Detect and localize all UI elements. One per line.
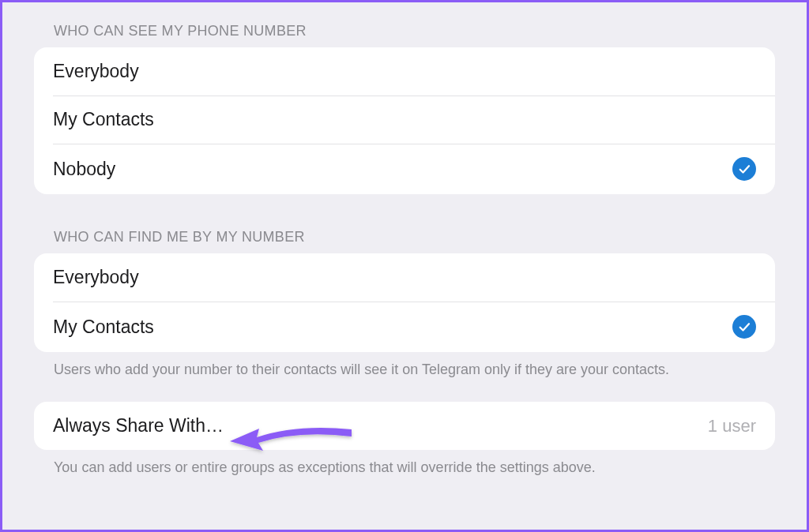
section-footer-exceptions: You can add users or entire groups as ex…: [34, 450, 775, 478]
checkmark-icon: [732, 315, 756, 339]
section-header-who-can-see: WHO CAN SEE MY PHONE NUMBER: [34, 10, 775, 47]
option-my-contacts-see[interactable]: My Contacts: [34, 96, 775, 144]
checkmark-icon: [732, 157, 756, 181]
option-everybody-see[interactable]: Everybody: [34, 47, 775, 96]
section-footer-who-can-find: Users who add your number to their conta…: [34, 352, 775, 380]
row-always-share-with[interactable]: Always Share With… 1 user: [34, 402, 775, 450]
option-label: Everybody: [53, 61, 139, 82]
option-label: My Contacts: [53, 109, 154, 130]
card-who-can-find: Everybody My Contacts: [34, 253, 775, 352]
option-label: My Contacts: [53, 317, 154, 338]
section-header-who-can-find: WHO CAN FIND ME BY MY NUMBER: [34, 216, 775, 253]
card-exceptions: Always Share With… 1 user: [34, 402, 775, 450]
option-label: Nobody: [53, 159, 115, 180]
option-label: Everybody: [53, 267, 139, 288]
option-nobody-see[interactable]: Nobody: [34, 144, 775, 194]
option-everybody-find[interactable]: Everybody: [34, 253, 775, 302]
card-who-can-see: Everybody My Contacts Nobody: [34, 47, 775, 194]
row-detail: 1 user: [708, 416, 756, 436]
settings-screen: WHO CAN SEE MY PHONE NUMBER Everybody My…: [2, 2, 807, 493]
option-my-contacts-find[interactable]: My Contacts: [34, 302, 775, 352]
row-label: Always Share With…: [53, 415, 224, 436]
